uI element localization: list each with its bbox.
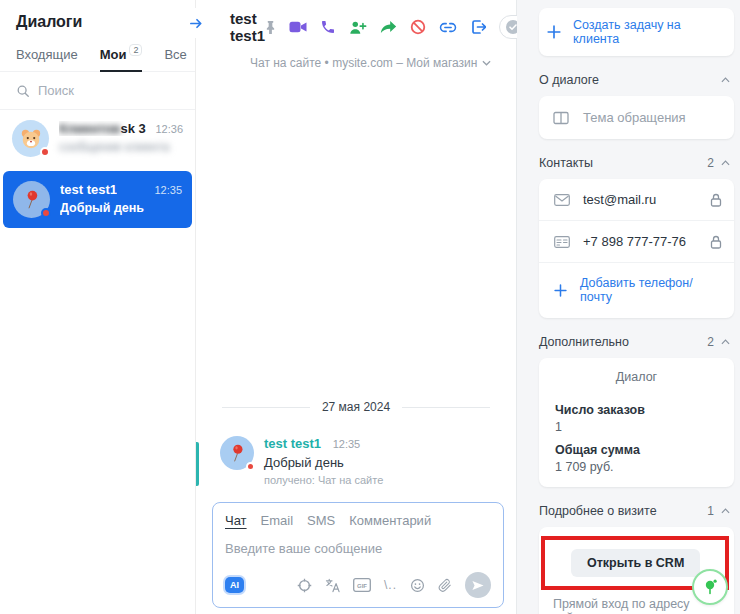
plus-icon — [554, 284, 567, 297]
conversation-time: 12:35 — [148, 184, 182, 196]
chevron-up-icon[interactable] — [721, 160, 730, 166]
section-additional: Дополнительно 2 — [539, 335, 730, 349]
avatar — [12, 120, 49, 157]
contact-email: test@mail.ru — [583, 192, 656, 207]
contacts-count: 2 — [707, 156, 714, 170]
contact-phone-row[interactable]: +7 898 777-77-76 — [539, 220, 734, 262]
composer-tab-sms[interactable]: SMS — [307, 513, 335, 528]
message-composer: Чат Email SMS Комментарий AI GIF — [212, 502, 504, 608]
ai-assistant-button[interactable]: AI — [225, 577, 244, 593]
target-icon[interactable] — [297, 578, 312, 593]
composer-tab-comment[interactable]: Комментарий — [349, 513, 431, 528]
pin-icon[interactable] — [265, 20, 276, 35]
collapse-sidebar-button[interactable] — [182, 8, 210, 38]
block-icon[interactable] — [410, 19, 426, 35]
section-contacts: Контакты 2 — [539, 156, 730, 170]
conversation-preview-masked: сообщение клиента — [59, 140, 183, 154]
conversation-name: sk 3 — [120, 121, 145, 136]
total-sum-value: 1 709 руб. — [555, 460, 718, 474]
video-call-icon[interactable] — [289, 21, 307, 33]
composer-tab-chat[interactable]: Чат — [225, 513, 247, 528]
visit-count: 1 — [707, 504, 714, 518]
conversation-preview: Добрый день — [60, 201, 182, 215]
conversation-item-selected[interactable]: test test1 12:35 Добрый день — [3, 171, 192, 228]
date-divider: 27 мая 2024 — [196, 400, 516, 414]
voice-call-icon[interactable] — [320, 19, 336, 35]
tab-incoming[interactable]: Входящие — [16, 43, 78, 71]
conversation-time: 12:36 — [149, 123, 183, 135]
mail-icon — [554, 194, 570, 206]
chevron-up-icon[interactable] — [721, 339, 730, 345]
online-status-dot — [41, 208, 51, 218]
add-contact-button[interactable]: Добавить телефон/почту — [539, 262, 734, 318]
tab-mine-label: Мои — [100, 47, 127, 62]
chat-widget-button[interactable] — [692, 569, 728, 605]
additional-count: 2 — [707, 335, 714, 349]
send-button[interactable] — [465, 572, 491, 598]
create-task-label: Создать задачу на клиента — [573, 18, 726, 46]
sidebar-title: Диалоги — [0, 0, 195, 43]
section-title: О диалоге — [539, 73, 599, 87]
dialog-tab-label[interactable]: Диалог — [539, 368, 734, 394]
emoji-icon[interactable] — [410, 578, 425, 593]
channel-selector[interactable]: Чат на сайте • mysite.com – Мой магазин — [250, 56, 502, 70]
conversation-name-masked: Клиентов — [59, 121, 120, 136]
avatar — [13, 181, 50, 218]
topic-field[interactable]: Тема обращения — [539, 96, 734, 139]
open-in-crm-button[interactable]: Открыть в CRM — [571, 549, 700, 577]
contact-card-icon — [554, 236, 570, 248]
contacts-card: test@mail.ru +7 898 777-77-76 Добавить т… — [539, 179, 734, 318]
section-title: Контакты — [539, 156, 593, 170]
dialogs-sidebar: Диалоги Входящие Мои2 Все Клиентовsk 3 1… — [0, 0, 196, 614]
chevron-up-icon[interactable] — [721, 508, 730, 514]
gif-icon[interactable]: GIF — [353, 578, 371, 592]
message-text: Добрый день — [264, 455, 383, 470]
chat-message: test test1 12:35 Добрый день получено: Ч… — [196, 436, 516, 486]
tab-mine-badge: 2 — [129, 44, 142, 56]
tab-all[interactable]: Все — [164, 43, 186, 71]
section-title: Дополнительно — [539, 335, 629, 349]
add-contact-label: Добавить телефон/почту — [580, 276, 722, 304]
date-label: 27 мая 2024 — [322, 400, 390, 414]
topic-icon — [553, 111, 569, 125]
topic-placeholder: Тема обращения — [583, 110, 686, 125]
total-sum-label: Общая сумма — [555, 443, 718, 457]
chevron-down-icon — [482, 60, 491, 66]
lock-icon — [710, 235, 722, 249]
leave-dialog-icon[interactable] — [470, 19, 486, 35]
arrow-right-icon — [189, 16, 204, 31]
channel-label: Чат на сайте • mysite.com – Мой магазин — [250, 56, 477, 70]
plus-icon — [547, 25, 561, 39]
search-input[interactable] — [38, 83, 168, 98]
forward-icon[interactable] — [380, 20, 397, 34]
details-panel: Создать задачу на клиента О диалоге Тема… — [517, 0, 740, 614]
section-visit-details: Подробнее о визите 1 — [539, 504, 730, 518]
balloon-emoji-icon — [229, 443, 246, 463]
translate-icon[interactable] — [325, 578, 340, 593]
conversation-item[interactable]: Клиентовsk 3 12:36 сообщение клиента — [0, 110, 195, 167]
chat-title: test test1 — [216, 10, 265, 44]
chat-panel: test test1 — [196, 0, 517, 614]
message-author: test test1 — [264, 436, 321, 451]
section-title: Подробнее о визите — [539, 504, 657, 518]
message-avatar — [220, 436, 254, 470]
add-user-icon[interactable] — [349, 20, 367, 35]
conversation-name: test test1 — [60, 182, 117, 197]
contact-email-row[interactable]: test@mail.ru — [539, 179, 734, 220]
message-time: 12:35 — [333, 438, 361, 450]
composer-tab-email[interactable]: Email — [261, 513, 294, 528]
online-status-dot — [246, 462, 255, 471]
green-pin-icon — [702, 578, 719, 596]
svg-text:GIF: GIF — [357, 583, 367, 589]
balloon-emoji-icon — [23, 189, 41, 210]
search-icon — [16, 84, 30, 98]
dialog-tabs: Входящие Мои2 Все — [0, 43, 195, 72]
shortcuts-icon[interactable]: \.. — [384, 578, 397, 592]
attach-icon[interactable] — [438, 578, 452, 593]
hamster-emoji-icon — [20, 128, 42, 150]
tab-mine[interactable]: Мои2 — [100, 43, 143, 71]
create-task-button[interactable]: Создать задачу на клиента — [539, 8, 734, 56]
message-input[interactable] — [225, 541, 491, 556]
copy-link-icon[interactable] — [439, 22, 457, 33]
chevron-up-icon[interactable] — [721, 77, 730, 83]
